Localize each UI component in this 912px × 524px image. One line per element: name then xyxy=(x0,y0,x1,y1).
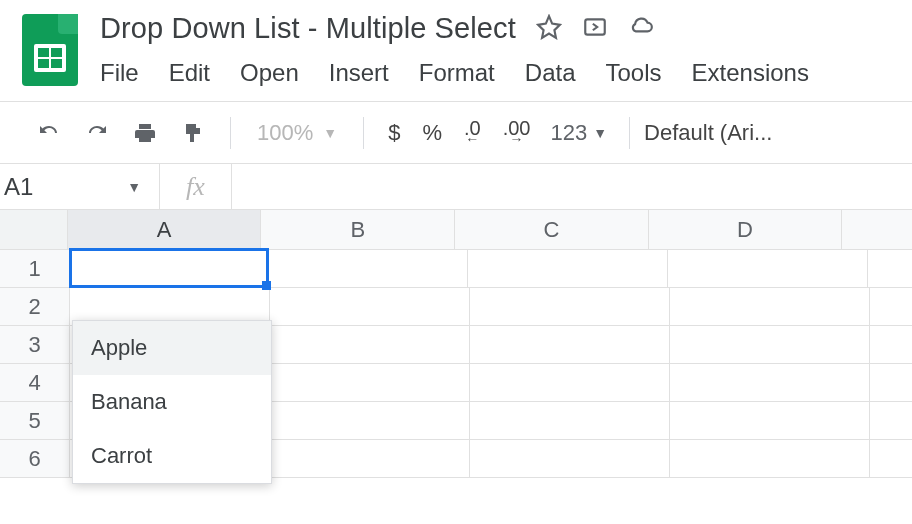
cell-b3[interactable] xyxy=(270,326,470,363)
format-currency-button[interactable]: $ xyxy=(378,120,410,146)
paint-format-button[interactable] xyxy=(170,115,216,151)
cell-c2[interactable] xyxy=(470,288,670,325)
toolbar-separator xyxy=(629,117,630,149)
cell-d2[interactable] xyxy=(670,288,870,325)
cloud-status-icon[interactable] xyxy=(628,14,654,44)
cell-b5[interactable] xyxy=(270,402,470,439)
undo-button[interactable] xyxy=(26,115,72,151)
column-header-b[interactable]: B xyxy=(261,210,455,249)
row-header-6[interactable]: 6 xyxy=(0,440,70,477)
row-header-1[interactable]: 1 xyxy=(0,250,70,287)
validation-dropdown: Apple Banana Carrot xyxy=(72,320,272,484)
fx-icon: fx xyxy=(160,164,232,209)
cell-c6[interactable] xyxy=(470,440,670,477)
cell-d6[interactable] xyxy=(670,440,870,477)
toolbar-separator xyxy=(363,117,364,149)
row-header-4[interactable]: 4 xyxy=(0,364,70,401)
toolbar-separator xyxy=(230,117,231,149)
menu-tools[interactable]: Tools xyxy=(606,59,662,87)
select-all-corner[interactable] xyxy=(0,210,68,249)
column-header-e-partial[interactable] xyxy=(842,210,912,249)
formula-input[interactable] xyxy=(232,164,912,209)
zoom-select[interactable]: 100% ▼ xyxy=(245,120,349,146)
menu-insert[interactable]: Insert xyxy=(329,59,389,87)
formula-bar: A1 ▼ fx xyxy=(0,164,912,210)
cell-d1[interactable] xyxy=(668,250,868,287)
print-button[interactable] xyxy=(122,115,168,151)
document-title[interactable]: Drop Down List - Multiple Select xyxy=(100,12,516,45)
cell-d5[interactable] xyxy=(670,402,870,439)
menubar: File Edit Open Insert Format Data Tools … xyxy=(100,59,912,87)
menu-data[interactable]: Data xyxy=(525,59,576,87)
column-header-a[interactable]: A xyxy=(68,210,262,249)
dropdown-item-0[interactable]: Apple xyxy=(73,321,271,375)
cell-c3[interactable] xyxy=(470,326,670,363)
menu-edit[interactable]: Edit xyxy=(169,59,210,87)
fill-handle[interactable] xyxy=(262,281,271,290)
cell-d3[interactable] xyxy=(670,326,870,363)
column-header-c[interactable]: C xyxy=(455,210,649,249)
menu-open[interactable]: Open xyxy=(240,59,299,87)
cell-c5[interactable] xyxy=(470,402,670,439)
cell-c4[interactable] xyxy=(470,364,670,401)
number-format-select[interactable]: 123▼ xyxy=(542,120,615,146)
column-header-d[interactable]: D xyxy=(649,210,843,249)
svg-rect-0 xyxy=(585,19,605,34)
move-icon[interactable] xyxy=(582,14,608,44)
dropdown-item-1[interactable]: Banana xyxy=(73,375,271,429)
increase-decimal-button[interactable]: .00 → xyxy=(493,115,541,151)
menu-format[interactable]: Format xyxy=(419,59,495,87)
redo-button[interactable] xyxy=(74,115,120,151)
star-icon[interactable] xyxy=(536,14,562,44)
toolbar: 100% ▼ $ % .0 ← .00 → 123▼ Default (Ari.… xyxy=(0,102,912,164)
row-header-2[interactable]: 2 xyxy=(0,288,70,325)
row-header-3[interactable]: 3 xyxy=(0,326,70,363)
format-percent-button[interactable]: % xyxy=(412,120,452,146)
menu-extensions[interactable]: Extensions xyxy=(692,59,809,87)
cell-b2[interactable] xyxy=(270,288,470,325)
cell-a1[interactable] xyxy=(69,248,269,288)
name-box[interactable]: A1 ▼ xyxy=(0,164,160,209)
cell-b1[interactable] xyxy=(268,250,468,287)
dropdown-item-2[interactable]: Carrot xyxy=(73,429,271,483)
row-header-5[interactable]: 5 xyxy=(0,402,70,439)
sheets-logo[interactable] xyxy=(22,14,78,86)
font-select[interactable]: Default (Ari... xyxy=(644,120,772,146)
menu-file[interactable]: File xyxy=(100,59,139,87)
cell-d4[interactable] xyxy=(670,364,870,401)
header: Drop Down List - Multiple Select File Ed… xyxy=(0,0,912,102)
cell-b4[interactable] xyxy=(270,364,470,401)
cell-c1[interactable] xyxy=(468,250,668,287)
cell-b6[interactable] xyxy=(270,440,470,477)
decrease-decimal-button[interactable]: .0 ← xyxy=(454,115,491,151)
